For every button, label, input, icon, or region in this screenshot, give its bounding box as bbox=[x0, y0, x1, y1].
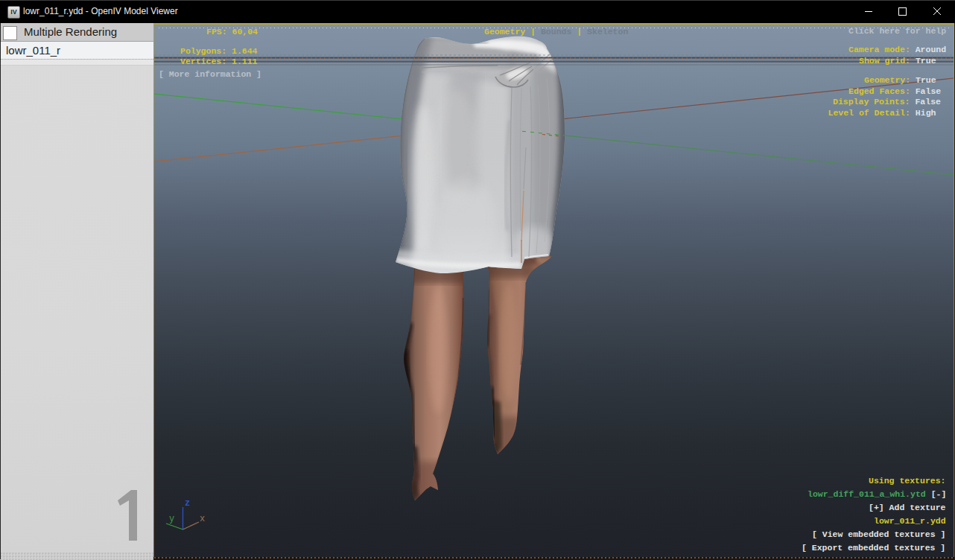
svg-text:z: z bbox=[185, 498, 190, 509]
svg-text:x: x bbox=[200, 514, 205, 524]
svg-text:y: y bbox=[169, 514, 174, 524]
